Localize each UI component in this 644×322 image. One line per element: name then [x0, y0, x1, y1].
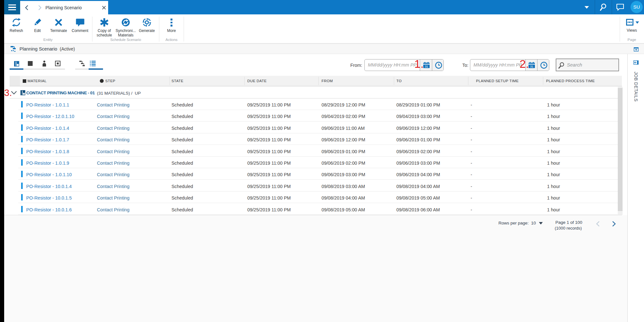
svg-text:31: 31	[530, 65, 533, 68]
svg-text:31: 31	[425, 65, 428, 68]
